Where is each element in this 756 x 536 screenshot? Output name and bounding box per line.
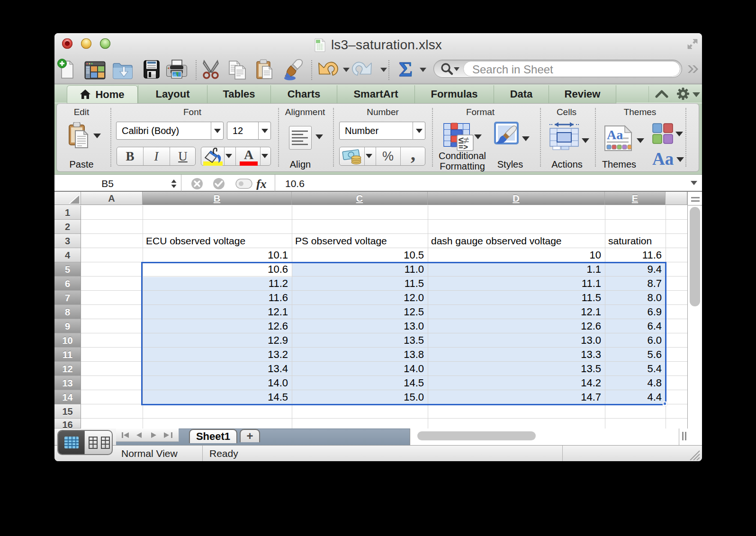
svg-text:fx: fx (256, 178, 267, 190)
svg-text:Σ: Σ (399, 58, 413, 81)
svg-text:Aa: Aa (607, 127, 623, 142)
